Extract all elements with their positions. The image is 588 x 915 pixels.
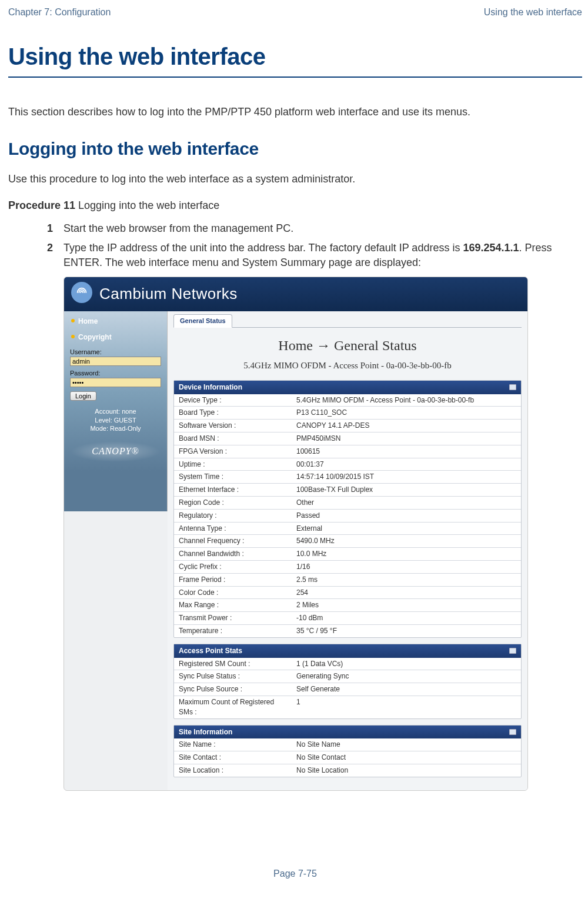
field-label: Registered SM Count : xyxy=(174,658,292,670)
panel-title: Site Information xyxy=(179,727,232,737)
password-label: Password: xyxy=(70,369,161,378)
password-input[interactable] xyxy=(70,378,161,387)
default-ip: 169.254.1.1 xyxy=(463,242,519,254)
table-row: Device Type :5.4GHz MIMO OFDM - Access P… xyxy=(174,394,521,407)
table-row: Maximum Count of Registered SMs :1 xyxy=(174,696,521,718)
cambium-logo-icon xyxy=(71,282,92,303)
account-line: Level: GUEST xyxy=(70,416,161,425)
field-value: 10.0 MHz xyxy=(292,548,521,561)
info-panel: Device InformationDevice Type :5.4GHz MI… xyxy=(173,380,522,638)
step-number: 1 xyxy=(47,221,53,236)
field-value: 5.4GHz MIMO OFDM - Access Point - 0a-00-… xyxy=(292,394,521,407)
field-label: Color Code : xyxy=(174,586,292,599)
field-label: Device Type : xyxy=(174,394,292,407)
username-input[interactable] xyxy=(70,357,161,366)
lead-paragraph: Use this procedure to log into the web i… xyxy=(8,172,582,187)
main-content: General Status Home → General Status 5.4… xyxy=(168,311,527,790)
table-row: Sync Pulse Source :Self Generate xyxy=(174,683,521,696)
table-row: Max Range :2 Miles xyxy=(174,599,521,612)
table-row: Sync Pulse Status :Generating Sync xyxy=(174,670,521,683)
field-label: Board MSN : xyxy=(174,432,292,445)
field-label: System Time : xyxy=(174,471,292,484)
panel-header: Site Information xyxy=(174,726,521,739)
page-title: Using the web interface xyxy=(8,40,582,73)
running-header: Chapter 7: Configuration Using the web i… xyxy=(8,6,582,19)
table-row: Board Type :P13 C110_SOC xyxy=(174,407,521,420)
table-row: Uptime :00:01:37 xyxy=(174,458,521,471)
app-banner: Cambium Networks xyxy=(64,277,527,311)
field-value: 1 (1 Data VCs) xyxy=(292,658,521,670)
field-label: Temperature : xyxy=(174,625,292,637)
field-value: Generating Sync xyxy=(292,670,521,683)
table-row: System Time :14:57:14 10/09/2015 IST xyxy=(174,471,521,484)
step-1: 1 Start the web browser from the managem… xyxy=(49,221,582,236)
field-label: Site Contact : xyxy=(174,751,292,764)
field-value: 1/16 xyxy=(292,561,521,574)
procedure-number: Procedure 11 xyxy=(8,199,75,211)
field-label: Board Type : xyxy=(174,407,292,420)
field-label: Regulatory : xyxy=(174,509,292,522)
tab-strip: General Status xyxy=(173,311,522,328)
field-label: Max Range : xyxy=(174,599,292,612)
intro-paragraph: This section describes how to log into t… xyxy=(8,105,582,119)
table-row: Ethernet Interface :100Base-TX Full Dupl… xyxy=(174,484,521,497)
section-heading: Logging into the web interface xyxy=(8,137,582,161)
field-label: Channel Bandwidth : xyxy=(174,548,292,561)
table-row: FPGA Version :100615 xyxy=(174,445,521,458)
field-value: Self Generate xyxy=(292,683,521,696)
field-value: 2.5 ms xyxy=(292,573,521,586)
nav-item-copyright[interactable]: Copyright xyxy=(70,332,161,343)
field-value: P13 C110_SOC xyxy=(292,407,521,420)
procedure-steps: 1 Start the web browser from the managem… xyxy=(49,221,582,791)
collapse-icon[interactable] xyxy=(509,729,516,735)
field-value: No Site Name xyxy=(292,738,521,751)
account-line: Account: none xyxy=(70,407,161,416)
canopy-badge: CANOPY® xyxy=(70,441,161,461)
device-subtitle: 5.4GHz MIMO OFDM - Access Point - 0a-00-… xyxy=(173,360,522,372)
table-row: Temperature :35 °C / 95 °F xyxy=(174,625,521,637)
field-label: Frame Period : xyxy=(174,573,292,586)
title-rule xyxy=(8,76,582,78)
field-label: Site Name : xyxy=(174,738,292,751)
tab-general-status[interactable]: General Status xyxy=(173,314,232,328)
table-row: Site Location :No Site Location xyxy=(174,764,521,777)
panel-title: Device Information xyxy=(179,382,242,392)
info-table: Registered SM Count :1 (1 Data VCs)Sync … xyxy=(174,658,521,718)
table-row: Antenna Type :External xyxy=(174,522,521,535)
table-row: Channel Frequency :5490.0 MHz xyxy=(174,535,521,548)
field-value: PMP450iMSN xyxy=(292,432,521,445)
procedure-label: Procedure 11 Logging into the web interf… xyxy=(8,198,582,213)
field-value: No Site Contact xyxy=(292,751,521,764)
table-row: Registered SM Count :1 (1 Data VCs) xyxy=(174,658,521,670)
web-interface-screenshot: Cambium Networks Home Copyright Username… xyxy=(64,277,528,791)
info-panel: Site InformationSite Name :No Site NameS… xyxy=(173,725,522,777)
collapse-icon[interactable] xyxy=(509,648,516,654)
field-value: -10 dBm xyxy=(292,612,521,625)
field-value: No Site Location xyxy=(292,764,521,777)
field-value: Passed xyxy=(292,509,521,522)
field-label: Software Version : xyxy=(174,420,292,432)
field-label: FPGA Version : xyxy=(174,445,292,458)
panel-header: Access Point Stats xyxy=(174,644,521,658)
brand-name: Cambium Networks xyxy=(99,285,238,302)
field-label: Sync Pulse Status : xyxy=(174,670,292,683)
login-button[interactable]: Login xyxy=(70,391,96,401)
field-value: 2 Miles xyxy=(292,599,521,612)
field-value: External xyxy=(292,522,521,535)
nav-item-home[interactable]: Home xyxy=(70,316,161,327)
info-table: Site Name :No Site NameSite Contact :No … xyxy=(174,738,521,776)
field-label: Cyclic Prefix : xyxy=(174,561,292,574)
procedure-title: Logging into the web interface xyxy=(75,199,219,211)
step-2: 2 Type the IP address of the unit into t… xyxy=(49,241,582,791)
header-left: Chapter 7: Configuration xyxy=(8,6,111,19)
field-value: 35 °C / 95 °F xyxy=(292,625,521,637)
table-row: Channel Bandwidth :10.0 MHz xyxy=(174,548,521,561)
header-right: Using the web interface xyxy=(484,6,582,19)
nav-sidebar: Home Copyright Username: Password: Login… xyxy=(64,311,168,511)
account-status: Account: none Level: GUEST Mode: Read-On… xyxy=(70,407,161,434)
field-label: Region Code : xyxy=(174,497,292,510)
collapse-icon[interactable] xyxy=(509,384,516,390)
table-row: Site Contact :No Site Contact xyxy=(174,751,521,764)
table-row: Transmit Power :-10 dBm xyxy=(174,612,521,625)
field-value: Other xyxy=(292,497,521,510)
